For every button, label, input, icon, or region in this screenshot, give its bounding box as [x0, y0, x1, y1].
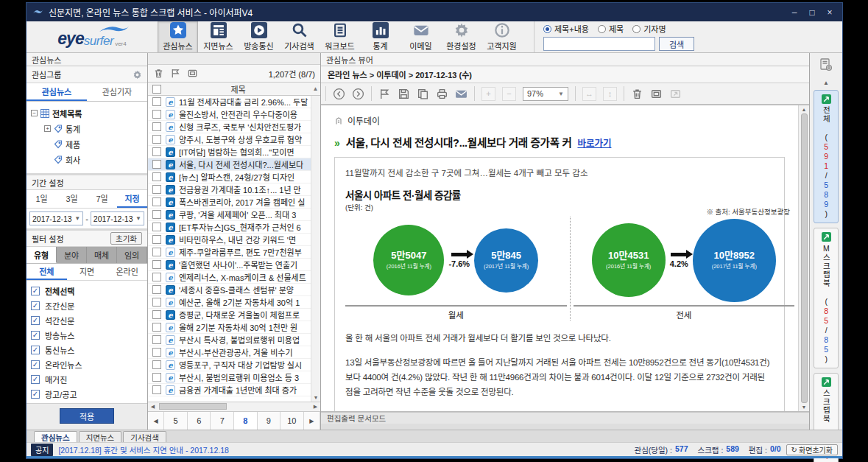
strip-scroll-up-icon[interactable]: ▲ [823, 80, 829, 86]
filter-subtab[interactable]: 전체 [27, 264, 67, 280]
media-checkbox-row[interactable]: ✓방송뉴스 [31, 328, 143, 343]
row-checkbox[interactable] [152, 223, 161, 231]
tree-item[interactable]: 제품 [31, 136, 144, 152]
collapse-icon[interactable]: − [31, 110, 38, 116]
news-list-row[interactable]: e영등포구, 구직자 대상 기업탐방 실시 [148, 359, 320, 371]
period-tab[interactable]: 지정 [117, 190, 147, 208]
tree-root[interactable]: −전체목록 [31, 105, 144, 121]
checkbox-icon[interactable]: ✓ [31, 301, 40, 310]
news-title[interactable]: 엔제리너스, X-mas케이크 & 선물세트 [179, 271, 306, 283]
scroll-up-icon[interactable]: ▲ [802, 107, 807, 112]
filter-subtab[interactable]: 온라인 [107, 264, 147, 280]
news-list-row[interactable]: e'세종시 중흥S-클래스 센텀뷰' 분양 [148, 284, 320, 296]
row-checkbox[interactable] [152, 160, 161, 169]
news-title[interactable]: [뉴스] 알파스캔, 24형/27형 디자인 [179, 171, 294, 183]
filter-subtab[interactable]: 지면 [67, 264, 107, 280]
row-checkbox[interactable] [152, 122, 161, 131]
goto-source-link[interactable]: 바로가기 [577, 136, 611, 150]
toolbar-item-mail[interactable]: 이메일 [401, 21, 441, 52]
news-list-row[interactable]: e[IT여담] 범람하는 협의회..."모이면 [148, 146, 320, 158]
toolbar-item-search[interactable]: 기사검색 [279, 21, 320, 52]
list-horizontal-scrollbar[interactable]: ◀ ▶ [148, 402, 320, 411]
checkbox-icon[interactable]: ✓ [31, 390, 40, 399]
toolbar-item-newspaper[interactable]: 지면뉴스 [198, 21, 239, 52]
save-icon[interactable] [398, 88, 410, 100]
media-checkbox-row[interactable]: ✓온라인뉴스 [31, 357, 143, 372]
period-tab[interactable]: 7일 [87, 190, 117, 208]
row-checkbox[interactable] [152, 360, 161, 369]
bottom-tab[interactable]: 지면뉴스 [79, 431, 122, 442]
scroll-left-icon[interactable]: ◀ [148, 404, 158, 410]
scroll-down-icon[interactable]: ▼ [802, 405, 807, 410]
filter-tab[interactable]: 분야 [57, 247, 87, 263]
bottom-tab[interactable]: 관심뉴스 [34, 431, 77, 442]
copy-icon[interactable] [417, 88, 429, 100]
news-list-row[interactable]: e[ET투자뉴스]GS_현재주가 근처인 6 [148, 221, 320, 234]
news-title[interactable]: 서울, 다시 전세 전성시대?...월세보다 [179, 158, 303, 170]
news-list-row[interactable]: e증평군, 다채로운 겨울놀이 체험프로 [148, 309, 320, 321]
row-checkbox[interactable] [152, 273, 161, 281]
filter-tab[interactable]: 유형 [27, 247, 57, 263]
row-checkbox[interactable] [152, 110, 161, 119]
row-checkbox[interactable] [152, 185, 161, 194]
minimize-icon[interactable]: – [788, 7, 801, 18]
title-column-header[interactable]: 제목 [166, 83, 311, 95]
news-list-row[interactable]: e엔제리너스, X-mas케이크 & 선물세트 [148, 271, 320, 284]
tab-interest-reporter[interactable]: 관심기자 [87, 83, 147, 101]
period-tab[interactable]: 1일 [27, 190, 57, 208]
filter-tab[interactable]: 임의 [117, 247, 147, 263]
filter-reset-button[interactable]: 초기화 [110, 232, 142, 245]
news-title[interactable]: 울진소방서, 안전관리 우수다중이용 [179, 108, 297, 120]
vscroll-thumb[interactable] [801, 113, 808, 403]
window-icon[interactable] [650, 88, 663, 100]
mail-icon[interactable] [455, 88, 467, 100]
media-checkbox-row[interactable]: ✓광고/공고 [31, 387, 143, 402]
expand-icon[interactable]: + [44, 125, 51, 132]
row-checkbox[interactable] [152, 373, 161, 382]
news-title[interactable]: 영등포구, 구직자 대상 기업탐방 실시 [179, 359, 302, 371]
row-checkbox[interactable] [152, 298, 161, 307]
row-checkbox[interactable] [152, 348, 161, 357]
news-title[interactable]: 폭스바겐코리아, 2017 겨울 캠페인 실 [179, 196, 305, 208]
toolbar-item-gear[interactable]: 환경설정 [441, 21, 481, 52]
tree-item[interactable]: +통계 [31, 121, 144, 136]
news-title[interactable]: 신형 크루즈, 국토부 '신차안전도평가 [179, 121, 301, 133]
toolbar-item-chart[interactable]: 통계 [360, 21, 401, 52]
page-number[interactable]: 10 [280, 412, 304, 430]
news-title[interactable]: 11월 전세자금대출 금리 2.96%... 두달 [179, 96, 308, 108]
media-checkbox-row[interactable]: ✓조간신문 [31, 298, 143, 313]
tree-item[interactable]: 회사 [31, 152, 144, 167]
print-icon[interactable] [436, 88, 448, 100]
news-list-row[interactable]: e신형 크루즈, 국토부 '신차안전도평가 [148, 121, 320, 133]
news-title[interactable]: 제주-쿠알라룸푸르, 편도 7만7천원부 [179, 246, 302, 258]
news-list-row[interactable]: e울진소방서, 안전관리 우수다중이용 [148, 108, 320, 121]
news-list-row[interactable]: e전금융권 가계대출 10.1조↑... 1년 만 [148, 183, 320, 196]
page-number[interactable]: 7 [211, 412, 234, 430]
row-checkbox[interactable] [152, 235, 161, 244]
toolbar-item-star[interactable]: 관심뉴스 [158, 21, 198, 52]
media-checkbox-row[interactable]: ✓통신뉴스 [31, 343, 143, 357]
list-vertical-scrollbar[interactable]: ▼ [311, 96, 320, 402]
flag-icon[interactable] [378, 88, 391, 100]
notice-text[interactable]: [2017.12.18] 휴간 및 서비스 지연 안내 - 2017.12.18 [58, 444, 228, 455]
trash-icon[interactable] [153, 68, 164, 79]
news-list-row[interactable]: e폭스바겐코리아, 2017 겨울 캠페인 실 [148, 196, 320, 209]
scrapbook-tab[interactable]: M스크랩북 (85/85) [814, 228, 839, 368]
select-all-checkbox[interactable]: ✓ [152, 85, 161, 94]
scroll-down-icon[interactable]: ▼ [314, 395, 319, 400]
news-list-row[interactable]: e[뉴스] 알파스캔, 24형/27형 디자인 [148, 171, 320, 183]
bottom-tab[interactable]: 기사검색 [123, 431, 166, 442]
page-next-icon[interactable]: ▶ [304, 412, 320, 430]
new-window-icon[interactable] [187, 68, 198, 79]
news-title[interactable]: 올해 2기분 자동차세 30억 1천만 원 [179, 321, 297, 333]
news-list-row[interactable]: e11월 전세자금대출 금리 2.96%... 두달 [148, 96, 320, 108]
scroll-up-icon[interactable]: ▲ [311, 85, 320, 92]
page-number[interactable]: 5 [164, 412, 188, 430]
news-title[interactable]: 양주시, 도봉구와 상생 우호교류 협약 [179, 133, 302, 145]
tab-interest-news[interactable]: 관심뉴스 [27, 83, 87, 101]
page-number[interactable]: 6 [188, 412, 211, 430]
row-checkbox[interactable] [152, 97, 161, 106]
news-title[interactable]: '세종시 중흥S-클래스 센텀뷰' 분양 [179, 284, 294, 295]
media-checkbox-row[interactable]: ✓매거진 [31, 372, 143, 387]
row-checkbox[interactable] [152, 310, 161, 319]
